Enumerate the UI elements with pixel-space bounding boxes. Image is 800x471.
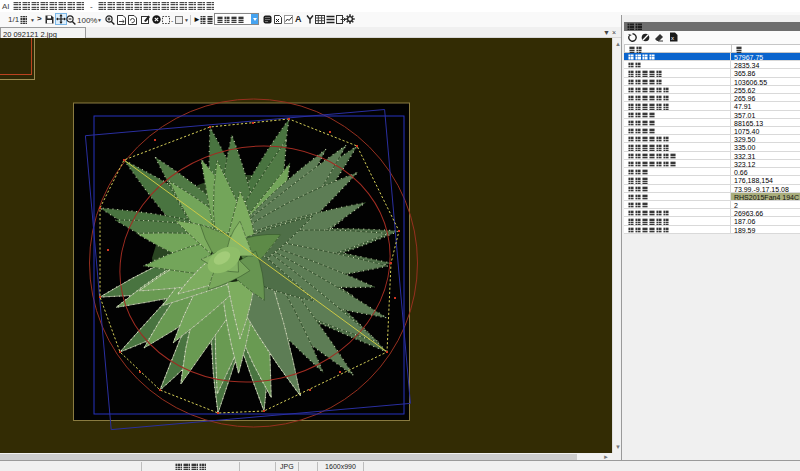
svg-text:x: x: [671, 35, 674, 41]
